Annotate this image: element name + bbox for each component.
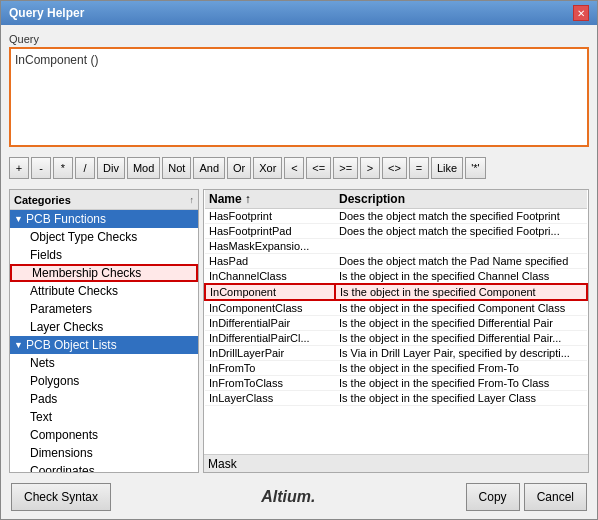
function-name: InChannelClass [205,269,335,285]
desc-column-header: Description [335,190,587,209]
categories-list[interactable]: ▼PCB FunctionsObject Type ChecksFieldsMe… [10,210,198,472]
function-row[interactable]: HasFootprintDoes the object match the sp… [205,209,587,224]
operator-button-[interactable]: / [75,157,95,179]
category-item-pads[interactable]: Pads [10,390,198,408]
function-name: InLayerClass [205,391,335,406]
function-name: InComponent [205,284,335,300]
category-item-polygons[interactable]: Polygons [10,372,198,390]
category-item-components[interactable]: Components [10,426,198,444]
copy-button[interactable]: Copy [466,483,520,511]
function-row[interactable]: InDrillLayerPairIs Via in Drill Layer Pa… [205,346,587,361]
operator-button-mod[interactable]: Mod [127,157,160,179]
title-bar: Query Helper ✕ [1,1,597,25]
operator-button-[interactable]: >= [333,157,358,179]
operator-button-or[interactable]: Or [227,157,251,179]
function-desc: Is Via in Drill Layer Pair, specified by… [335,346,587,361]
function-row[interactable]: HasPadDoes the object match the Pad Name… [205,254,587,269]
query-input[interactable] [9,47,589,147]
function-row[interactable]: InComponentClassIs the object in the spe… [205,300,587,316]
operator-button-div[interactable]: Div [97,157,125,179]
operator-button-[interactable]: + [9,157,29,179]
function-name: HasPad [205,254,335,269]
query-section: Query [9,33,589,147]
categories-panel: Categories ↑ ▼PCB FunctionsObject Type C… [9,189,199,473]
categories-header-text: Categories [14,194,71,206]
operator-button-[interactable]: - [31,157,51,179]
main-panels: Categories ↑ ▼PCB FunctionsObject Type C… [9,189,589,473]
category-item-fields[interactable]: Fields [10,246,198,264]
close-button[interactable]: ✕ [573,5,589,21]
function-name: InDifferentialPair [205,316,335,331]
category-item-object-type-checks[interactable]: Object Type Checks [10,228,198,246]
function-name: HasFootprint [205,209,335,224]
function-desc: Is the object in the specified From-To [335,361,587,376]
expand-icon: ▼ [14,214,24,224]
function-name: HasMaskExpansio... [205,239,335,254]
function-desc: Is the object in the specified Different… [335,331,587,346]
function-row[interactable]: InComponentIs the object in the specifie… [205,284,587,300]
function-desc: Does the object match the Pad Name speci… [335,254,587,269]
function-row[interactable]: InFromToIs the object in the specified F… [205,361,587,376]
check-syntax-button[interactable]: Check Syntax [11,483,111,511]
category-item-layer-checks[interactable]: Layer Checks [10,318,198,336]
altium-logo: Altium. [261,488,315,506]
function-name: InComponentClass [205,300,335,316]
function-desc: Is the object in the specified From-To C… [335,376,587,391]
functions-list[interactable]: Name ↑ Description HasFootprintDoes the … [204,190,588,454]
function-desc: Is the object in the specified Different… [335,316,587,331]
query-helper-window: Query Helper ✕ Query +-*/DivModNotAndOrX… [0,0,598,520]
category-item-pcb-functions[interactable]: ▼PCB Functions [10,210,198,228]
category-item-dimensions[interactable]: Dimensions [10,444,198,462]
operator-button-[interactable]: * [53,157,73,179]
function-desc: Is the object in the specified Layer Cla… [335,391,587,406]
operator-button-[interactable]: <> [382,157,407,179]
function-desc [335,239,587,254]
function-name: HasFootprintPad [205,224,335,239]
function-row[interactable]: InDifferentialPairIs the object in the s… [205,316,587,331]
function-row[interactable]: HasMaskExpansio... [205,239,587,254]
operator-button-like[interactable]: Like [431,157,463,179]
function-name: InDifferentialPairCl... [205,331,335,346]
function-row[interactable]: InFromToClassIs the object in the specif… [205,376,587,391]
functions-panel: Name ↑ Description HasFootprintDoes the … [203,189,589,473]
function-name: InDrillLayerPair [205,346,335,361]
function-desc: Is the object in the specified Component… [335,300,587,316]
function-desc: Is the object in the specified Channel C… [335,269,587,285]
query-label: Query [9,33,589,45]
operator-button-not[interactable]: Not [162,157,191,179]
categories-sort-icon: ↑ [190,195,195,205]
copy-cancel-group: Copy Cancel [466,483,587,511]
category-item-nets[interactable]: Nets [10,354,198,372]
categories-header: Categories ↑ [10,190,198,210]
function-row[interactable]: InChannelClassIs the object in the speci… [205,269,587,285]
operator-button-and[interactable]: And [193,157,225,179]
operator-button-[interactable]: < [284,157,304,179]
function-name: InFromToClass [205,376,335,391]
window-title: Query Helper [9,6,84,20]
category-item-membership-checks[interactable]: Membership Checks [10,264,198,282]
cancel-button[interactable]: Cancel [524,483,587,511]
category-item-pcb-object-lists[interactable]: ▼PCB Object Lists [10,336,198,354]
expand-icon: ▼ [14,340,24,350]
operator-button-xor[interactable]: Xor [253,157,282,179]
operator-button-[interactable]: '*' [465,157,485,179]
function-row[interactable]: InLayerClassIs the object in the specifi… [205,391,587,406]
function-row[interactable]: InDifferentialPairCl...Is the object in … [205,331,587,346]
bottom-bar: Check Syntax Altium. Copy Cancel [9,479,589,511]
function-name: InFromTo [205,361,335,376]
functions-table: Name ↑ Description HasFootprintDoes the … [204,190,588,406]
category-item-text[interactable]: Text [10,408,198,426]
function-row[interactable]: HasFootprintPadDoes the object match the… [205,224,587,239]
function-desc: Does the object match the specified Foot… [335,224,587,239]
operator-button-[interactable]: > [360,157,380,179]
function-desc: Is the object in the specified Component [335,284,587,300]
operator-button-[interactable]: <= [306,157,331,179]
category-item-coordinates[interactable]: Coordinates [10,462,198,472]
category-item-attribute-checks[interactable]: Attribute Checks [10,282,198,300]
category-item-parameters[interactable]: Parameters [10,300,198,318]
name-column-header: Name ↑ [205,190,335,209]
mask-bar: Mask [204,454,588,472]
main-content: Query +-*/DivModNotAndOrXor<<=>=><>=Like… [1,25,597,519]
operator-button-[interactable]: = [409,157,429,179]
operator-bar: +-*/DivModNotAndOrXor<<=>=><>=Like'*' [9,153,589,183]
